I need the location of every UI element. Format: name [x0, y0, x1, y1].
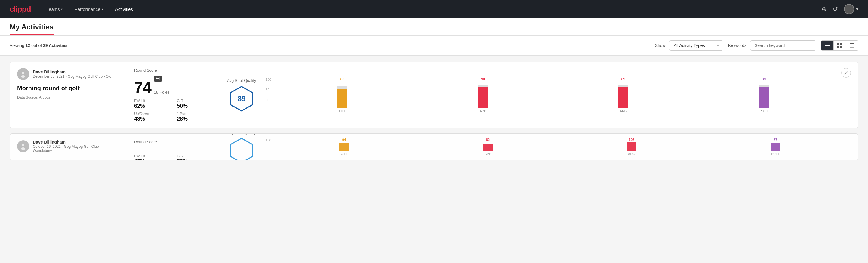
user-name: Dave Billingham [33, 69, 111, 74]
bar-app-label: APP [485, 152, 491, 155]
avatar [17, 68, 29, 80]
svg-point-11 [22, 71, 24, 74]
bar-app-value: 90 [481, 77, 485, 81]
list-compact-view-button[interactable] [822, 40, 834, 50]
svg-point-12 [21, 75, 25, 78]
bar-ott-wrapper [273, 142, 415, 151]
show-filter-group: Show: All Activity Types [655, 40, 723, 51]
holes: 18 Holes [154, 90, 169, 94]
bar-ott-fill [337, 86, 347, 108]
navbar-right: ⊕ ↺ ▾ [822, 4, 858, 14]
shot-quality-hexagon [228, 137, 255, 161]
user-details: Dave Billingham October 16, 2021 - Gog M… [33, 140, 119, 153]
nav-teams[interactable]: Teams ▾ [45, 4, 64, 14]
bar-app: 90 APP [414, 77, 552, 113]
gir-value: 50% [177, 103, 212, 109]
bar-app-fill [478, 85, 488, 108]
grid-view-button[interactable] [834, 40, 846, 50]
user-date: October 16, 2021 - Gog Magog Golf Club -… [33, 144, 119, 153]
user-date: December 05, 2021 - Gog Magog Golf Club … [33, 74, 111, 79]
bar-putt: 87 PUTT [705, 138, 846, 155]
y-axis: 100 50 0 [266, 78, 273, 102]
bar-chart-inner: 100 50 0 85 OTT [266, 77, 835, 113]
activity-card: Dave Billingham October 16, 2021 - Gog M… [10, 133, 858, 160]
bar-ott-remainder [337, 86, 347, 89]
svg-rect-9 [850, 46, 855, 46]
fw-hit-label: FW Hit [134, 99, 169, 103]
card-user-info: Dave Billingham December 05, 2021 - Gog … [17, 68, 119, 122]
activity-type-select[interactable]: All Activity Types [669, 40, 723, 51]
view-toggle-group [821, 40, 858, 51]
bar-putt-remainder [759, 85, 769, 88]
chevron-down-icon: ▾ [61, 7, 63, 11]
activities-list: Dave Billingham December 05, 2021 - Gog … [0, 56, 868, 167]
card-user-info: Dave Billingham October 16, 2021 - Gog M… [17, 140, 119, 154]
bars-container: 94 OTT 82 APP [273, 138, 848, 156]
svg-marker-16 [231, 138, 252, 160]
gir-value: 56% [177, 158, 212, 160]
bar-arg-value: 106 [629, 138, 634, 141]
shot-quality-section: Avg Shot Quality 89 100 50 0 [227, 68, 838, 122]
metrics-grid: FW Hit 43% GIR 56% [134, 154, 212, 160]
bar-app-wrapper [417, 142, 559, 151]
bar-arg: 89 ARG [554, 77, 692, 113]
page-header: My Activities [0, 18, 868, 35]
avatar [844, 4, 854, 14]
gir-metric: GIR 50% [177, 99, 212, 109]
logo: clippd [10, 4, 31, 14]
activity-card: Dave Billingham December 05, 2021 - Gog … [10, 62, 858, 128]
bar-chart: 100 94 OTT 82 [264, 138, 851, 156]
bar-ott-label: OTT [339, 109, 346, 113]
round-score-label: Round Score [134, 140, 212, 144]
svg-rect-7 [850, 43, 855, 44]
svg-rect-5 [837, 46, 839, 48]
round-score-value: 74 [134, 80, 152, 95]
add-icon[interactable]: ⊕ [822, 5, 827, 12]
bar-arg: 106 ARG [561, 138, 702, 155]
round-score-section: Round Score 74 +4 18 Holes FW Hit 62% GI… [134, 68, 212, 122]
svg-rect-3 [837, 43, 839, 45]
svg-rect-4 [840, 43, 842, 45]
bar-arg-label: ARG [628, 152, 635, 155]
bar-app-label: APP [479, 109, 486, 113]
avatar-chevron-icon: ▾ [856, 6, 858, 12]
list-detail-view-button[interactable] [846, 40, 858, 50]
bar-ott: 94 OTT [273, 138, 415, 155]
person-icon [20, 143, 27, 150]
bar-chart-inner: 100 94 OTT 82 [266, 138, 848, 156]
user-avatar-button[interactable]: ▾ [844, 4, 858, 14]
svg-point-15 [21, 147, 25, 150]
updown-label: Up/Down [134, 112, 169, 116]
fw-hit-metric: FW Hit 62% [134, 99, 169, 109]
bar-app: 82 APP [417, 138, 559, 155]
svg-rect-6 [840, 46, 842, 48]
score-row: 74 +4 18 Holes [134, 76, 212, 95]
bar-ott: 85 OTT [273, 77, 411, 113]
bar-putt-value: 89 [762, 77, 766, 81]
edit-button[interactable] [841, 68, 851, 78]
filter-bar: Viewing 12 out of 29 Activities Show: Al… [0, 35, 868, 56]
search-input[interactable] [750, 40, 816, 51]
refresh-icon[interactable]: ↺ [833, 5, 838, 12]
nav-activities[interactable]: Activities [114, 4, 134, 14]
viewing-count-text: Viewing 12 out of 29 Activities [10, 43, 650, 48]
user-row: Dave Billingham October 16, 2021 - Gog M… [17, 140, 119, 153]
shot-quality-section: Avg Shot Quality 100 94 [227, 140, 851, 154]
svg-point-14 [22, 144, 24, 146]
page-title: My Activities [10, 23, 54, 35]
nav-performance[interactable]: Performance ▾ [73, 4, 104, 14]
bar-app-value: 82 [486, 138, 490, 141]
svg-rect-1 [825, 45, 830, 46]
svg-rect-0 [825, 43, 830, 44]
bar-arg-wrapper [561, 142, 702, 151]
pencil-icon [844, 71, 848, 75]
one-putt-metric: 1 Putt 28% [177, 112, 212, 122]
divider [127, 68, 127, 122]
avatar [17, 140, 29, 152]
chevron-down-icon: ▾ [102, 7, 103, 11]
bar-chart: 100 50 0 85 OTT [264, 77, 838, 113]
svg-rect-8 [850, 45, 855, 45]
svg-rect-2 [825, 47, 830, 47]
fw-hit-label: FW Hit [134, 154, 169, 158]
shot-quality-left: Avg Shot Quality [227, 133, 256, 160]
